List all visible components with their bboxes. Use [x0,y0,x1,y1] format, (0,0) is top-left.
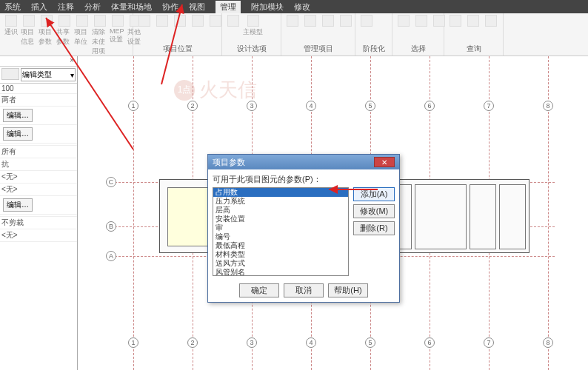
grid-bubble: 1 [128,337,138,348]
ribbon-btn[interactable] [358,15,375,27]
property-row[interactable]: 编辑… [0,125,77,144]
list-item[interactable]: 编号 [213,232,348,241]
menu-item[interactable]: 附加模块 [251,1,284,13]
property-row[interactable]: <无> [0,229,77,242]
prop-label: 不剪裁 [1,218,76,228]
grid-bubble: 7 [484,337,494,348]
type-value: 100 [1,84,76,92]
ribbon-btn[interactable] [207,15,224,27]
cancel-button[interactable]: 取消 [284,283,324,297]
ribbon-btn-project-params[interactable]: 项目 参数 [39,15,55,56]
menu-bar: 系统 插入 注释 分析 体量和场地 协作 视图 管理 附加模块 修改 [0,0,588,13]
shared-icon [59,15,70,27]
add-button[interactable]: 添加(A) [353,187,395,201]
menu-item[interactable]: 插入 [31,1,47,13]
ribbon-btn[interactable] [320,15,336,27]
watermark: 1点 火天信 [174,77,257,103]
list-item[interactable]: 送风方式 [213,259,348,268]
close-button[interactable]: ✕ [374,157,395,167]
ribbon-btn[interactable]: 项目 信息 [21,15,37,56]
group-label: 项目位置 [136,44,218,54]
list-item[interactable]: 审 [213,223,348,232]
load-icon [433,15,445,27]
menu-item[interactable]: 体量和场地 [111,1,152,13]
ribbon-group-manage-proj: 管理项目 [281,13,355,56]
property-row[interactable]: 所有 [0,146,77,158]
edit-button[interactable]: 编辑… [3,198,33,212]
ribbon-group-phase: 阶段化 [355,13,392,56]
property-row[interactable]: 抗 [0,158,77,171]
image-icon [304,15,316,27]
phase-icon [361,15,372,27]
prop-label: 两者 [1,95,76,105]
ribbon-btn[interactable] [302,15,318,27]
list-item[interactable]: 安装位置 [213,215,348,223]
ribbon-group-select: 选择 [392,13,444,56]
modify-button[interactable]: 修改(M) [353,204,395,218]
ribbon-btn[interactable] [154,15,170,27]
menu-item[interactable]: 系统 [4,1,21,13]
edit-button[interactable]: 编辑… [3,127,33,141]
parameter-list[interactable]: 占用数压力系统层高安装位置审编号最低高程材料类型送风方式风管别名风管厚度(mm) [213,187,349,276]
ribbon-btn[interactable]: 主模型 [243,15,263,37]
ribbon-btn[interactable]: 清除 未使用项 [92,15,108,56]
list-item[interactable]: 风管别名 [213,268,348,276]
ribbon-btn[interactable] [172,15,188,27]
dialog-titlebar[interactable]: 项目参数 ✕ [208,155,399,169]
ribbon-btn[interactable]: MEP 设置 [110,15,126,56]
edit-button[interactable]: 编辑… [3,109,33,122]
ribbon-btn[interactable] [465,15,481,27]
edit-icon [415,15,427,27]
grid-bubble: 6 [424,101,435,111]
ribbon-group-options: 主模型 设计选项 [222,13,281,56]
property-row[interactable]: <无> [0,184,77,196]
coord-icon [192,15,204,27]
grid-bubble: C [106,177,116,187]
list-item[interactable]: 材料类型 [213,250,348,259]
ribbon-btn[interactable] [413,15,430,27]
ribbon-btn[interactable] [447,15,464,27]
delete-button[interactable]: 删除(R) [353,221,395,235]
grid-bubble: 1 [128,101,138,111]
edit-type-dropdown[interactable]: 编辑类型▾ [21,68,76,81]
ribbon-btn[interactable] [225,15,241,37]
menu-item[interactable]: 分析 [84,1,101,13]
help-button[interactable]: 帮助(H) [328,283,368,297]
property-row[interactable]: 两者 [0,94,77,107]
ribbon-btn[interactable]: 共享 参数 [56,15,73,56]
ribbon-group-location: 项目位置 [133,13,222,56]
ok-button[interactable]: 确定 [239,283,279,297]
prop-label: <无> [1,172,76,182]
property-row[interactable]: 编辑… [0,196,77,215]
property-row[interactable]: 编辑… [0,107,77,125]
ribbon-btn[interactable] [190,15,206,27]
list-item[interactable]: 占用数 [213,188,348,197]
ribbon-btn[interactable] [284,15,301,27]
ribbon-btn[interactable]: 项目 单位 [74,15,90,56]
property-row[interactable]: 不剪裁 [0,217,77,229]
prop-label: 抗 [1,159,76,169]
menu-item[interactable]: 修改 [294,1,310,13]
close-icon[interactable]: × [67,56,77,66]
menu-item[interactable]: 协作 [162,1,178,13]
id-sel-icon [467,15,479,27]
grid-bubble: B [106,221,116,232]
grid-bubble: 2 [187,337,198,348]
model-icon [247,15,259,27]
menu-item[interactable]: 注释 [58,1,74,13]
room [470,184,496,249]
ribbon-btn[interactable] [483,15,499,27]
property-row[interactable]: <无> [0,171,77,184]
menu-item-manage[interactable]: 管理 [216,1,241,13]
list-item[interactable]: 层高 [213,206,348,215]
ribbon-btn[interactable] [338,15,354,27]
list-item[interactable]: 压力系统 [213,197,348,206]
info-icon [23,15,35,27]
btn-label: 通识 [4,27,18,37]
ribbon-btn[interactable] [395,15,412,27]
menu-item[interactable]: 视图 [189,1,205,13]
grid-bubble: 3 [247,101,257,111]
ribbon-btn[interactable] [136,15,153,27]
ribbon-btn[interactable]: 通识 [3,15,19,56]
list-item[interactable]: 最低高程 [213,241,348,250]
